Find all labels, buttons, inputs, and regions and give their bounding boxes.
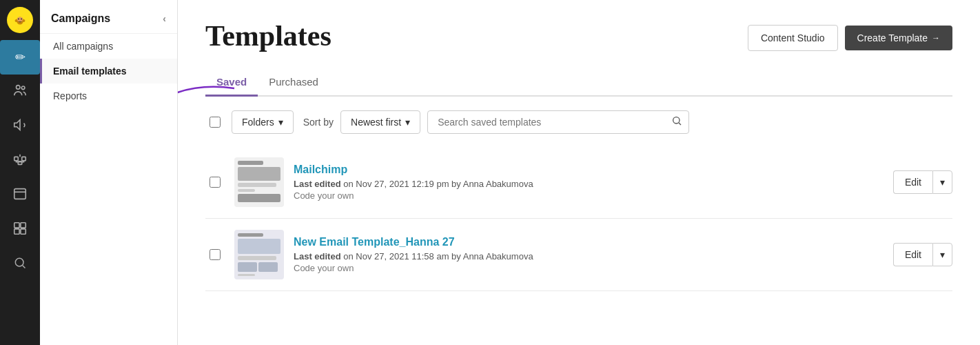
pencil-icon: ✏ bbox=[15, 50, 25, 65]
template-checkbox[interactable] bbox=[210, 249, 221, 260]
template-edit-button[interactable]: Edit bbox=[893, 170, 932, 194]
svg-line-19 bbox=[23, 265, 25, 268]
svg-rect-14 bbox=[14, 222, 19, 227]
svg-line-22 bbox=[679, 123, 681, 125]
svg-rect-16 bbox=[14, 228, 19, 233]
sort-button[interactable]: Newest first ▾ bbox=[340, 110, 420, 134]
svg-point-7 bbox=[17, 85, 21, 89]
svg-rect-12 bbox=[14, 188, 26, 199]
logo-area bbox=[0, 0, 40, 40]
template-edit-chevron-button[interactable]: ▾ bbox=[932, 243, 952, 266]
search-submit-button[interactable] bbox=[671, 115, 682, 129]
edit-chevron-icon: ▾ bbox=[940, 177, 945, 188]
sidebar-header: Campaigns ‹ bbox=[40, 0, 177, 34]
template-meta: Last edited on Nov 27, 2021 11:58 am by … bbox=[294, 251, 884, 262]
svg-rect-17 bbox=[21, 228, 25, 233]
sort-by-label: Sort by bbox=[303, 117, 334, 128]
thumb-line-1 bbox=[238, 233, 263, 237]
sidebar-icon-audience[interactable] bbox=[0, 75, 40, 109]
search-input[interactable] bbox=[427, 110, 689, 134]
svg-point-18 bbox=[15, 258, 23, 266]
thumb-image-2 bbox=[238, 194, 280, 202]
main-header: Templates Content Studio Create Template… bbox=[205, 19, 952, 52]
monkey-logo-icon[interactable] bbox=[7, 7, 33, 33]
sidebar-icon-search[interactable] bbox=[0, 247, 40, 282]
template-name-link[interactable]: Mailchimp bbox=[294, 164, 884, 176]
icon-bar: ✏ bbox=[0, 0, 40, 345]
sidebar-icon-content[interactable] bbox=[0, 213, 40, 247]
svg-point-8 bbox=[21, 86, 25, 90]
content-icon bbox=[12, 221, 28, 239]
landing-icon bbox=[12, 186, 28, 205]
page-title: Templates bbox=[205, 19, 331, 52]
svg-rect-9 bbox=[14, 157, 19, 161]
megaphone-icon bbox=[12, 117, 28, 136]
template-name-link[interactable]: New Email Template_Hanna 27 bbox=[294, 236, 884, 248]
template-list: Mailchimp Last edited on Nov 27, 2021 12… bbox=[205, 146, 952, 291]
template-checkbox-container bbox=[205, 249, 225, 260]
content-studio-button[interactable]: Content Studio bbox=[748, 25, 838, 51]
svg-point-5 bbox=[18, 19, 19, 20]
template-edit-chevron-button[interactable]: ▾ bbox=[932, 170, 952, 194]
main-content: Templates Content Studio Create Template… bbox=[178, 0, 980, 345]
search-submit-icon bbox=[671, 115, 682, 126]
template-thumbnail bbox=[234, 230, 284, 279]
thumb-line-2 bbox=[238, 183, 276, 187]
people-icon bbox=[12, 83, 28, 101]
create-template-button[interactable]: Create Template → bbox=[845, 26, 952, 50]
thumb-image bbox=[238, 167, 280, 181]
template-thumbnail bbox=[234, 157, 284, 207]
tab-purchased[interactable]: Purchased bbox=[258, 69, 329, 97]
search-container bbox=[427, 110, 689, 134]
template-type: Code your own bbox=[294, 263, 884, 273]
template-checkbox[interactable] bbox=[210, 177, 221, 188]
svg-rect-10 bbox=[22, 157, 26, 161]
automation-icon bbox=[12, 152, 28, 170]
sort-chevron-icon: ▾ bbox=[405, 117, 410, 128]
select-all-checkbox-container bbox=[205, 117, 225, 128]
thumb-line-2 bbox=[238, 256, 276, 259]
sidebar-collapse-button[interactable]: ‹ bbox=[163, 13, 166, 24]
template-actions: Edit ▾ bbox=[893, 170, 952, 194]
search-icon bbox=[13, 256, 27, 273]
thumb-col-1 bbox=[238, 262, 257, 272]
sidebar-item-email-templates[interactable]: Email templates bbox=[40, 59, 177, 83]
create-template-arrow-icon: → bbox=[932, 33, 940, 43]
sidebar-title: Campaigns bbox=[51, 12, 110, 25]
template-info: Mailchimp Last edited on Nov 27, 2021 12… bbox=[294, 164, 884, 201]
svg-point-21 bbox=[673, 117, 680, 124]
svg-point-6 bbox=[21, 19, 22, 20]
svg-rect-15 bbox=[21, 222, 25, 227]
folders-button[interactable]: Folders ▾ bbox=[232, 110, 294, 134]
sidebar-item-reports[interactable]: Reports bbox=[40, 83, 177, 108]
tab-saved[interactable]: Saved bbox=[205, 69, 258, 97]
template-item: Mailchimp Last edited on Nov 27, 2021 12… bbox=[205, 146, 952, 219]
template-info: New Email Template_Hanna 27 Last edited … bbox=[294, 236, 884, 273]
toolbar: Folders ▾ Sort by Newest first ▾ bbox=[205, 110, 952, 134]
thumb-col-2 bbox=[258, 262, 278, 272]
template-actions: Edit ▾ bbox=[893, 243, 952, 266]
thumb-line-1 bbox=[238, 161, 263, 165]
template-checkbox-container bbox=[205, 177, 225, 188]
header-buttons: Content Studio Create Template → bbox=[748, 25, 952, 51]
folders-chevron-icon: ▾ bbox=[278, 117, 283, 128]
sidebar-item-all-campaigns[interactable]: All campaigns bbox=[40, 34, 177, 59]
sidebar-icon-campaigns[interactable]: ✏ bbox=[0, 40, 40, 75]
sidebar: Campaigns ‹ All campaigns Email template… bbox=[40, 0, 178, 345]
select-all-checkbox[interactable] bbox=[210, 117, 221, 128]
template-meta: Last edited on Nov 27, 2021 12:19 pm by … bbox=[294, 179, 884, 189]
template-type: Code your own bbox=[294, 190, 884, 201]
sidebar-icon-landing[interactable] bbox=[0, 178, 40, 213]
thumb-row bbox=[238, 262, 280, 272]
thumb-line-3 bbox=[238, 189, 255, 192]
thumb-image bbox=[238, 239, 280, 254]
sidebar-icon-campaigns2[interactable] bbox=[0, 109, 40, 144]
sidebar-icon-automation[interactable] bbox=[0, 144, 40, 178]
template-item: New Email Template_Hanna 27 Last edited … bbox=[205, 219, 952, 291]
edit-chevron-icon: ▾ bbox=[940, 249, 945, 260]
tabs-bar: Saved Purchased bbox=[205, 69, 952, 97]
thumb-line-3 bbox=[238, 274, 255, 276]
template-edit-button[interactable]: Edit bbox=[893, 243, 932, 266]
